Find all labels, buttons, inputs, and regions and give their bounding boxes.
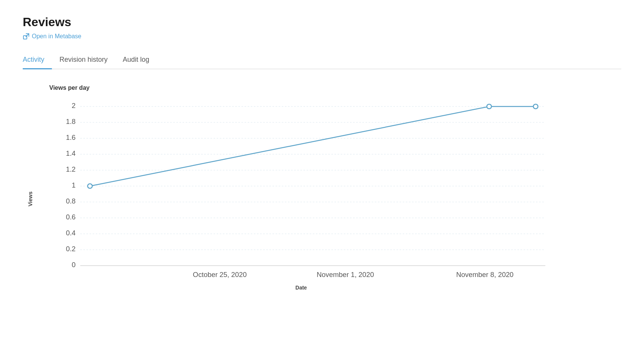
- external-link-icon: [23, 33, 30, 40]
- svg-text:November 1, 2020: November 1, 2020: [317, 271, 374, 279]
- svg-text:October 25, 2020: October 25, 2020: [193, 271, 247, 279]
- chart-area: 2 1.8 1.6 1.4 1.2 1 0.8 0.6 0.4 0.2 0 Oc…: [49, 99, 553, 281]
- svg-text:1.2: 1.2: [66, 166, 76, 173]
- svg-text:0.8: 0.8: [66, 197, 76, 205]
- svg-text:November 8, 2020: November 8, 2020: [456, 271, 513, 279]
- tabs-nav: Activity Revision history Audit log: [23, 51, 621, 69]
- svg-text:1.4: 1.4: [66, 150, 76, 157]
- chart-container: Views Views per day 2 1.8 1.6 1.4 1.2: [23, 85, 553, 313]
- svg-point-27: [487, 104, 491, 109]
- page-title: Reviews: [23, 15, 621, 29]
- tab-audit-log[interactable]: Audit log: [115, 51, 157, 69]
- svg-text:0.2: 0.2: [66, 245, 76, 253]
- tab-activity[interactable]: Activity: [23, 51, 52, 69]
- svg-point-26: [88, 184, 92, 188]
- svg-text:0.6: 0.6: [66, 213, 76, 221]
- chart-svg: 2 1.8 1.6 1.4 1.2 1 0.8 0.6 0.4 0.2 0 Oc…: [49, 99, 553, 281]
- chart-title: Views per day: [49, 85, 553, 91]
- svg-text:0: 0: [72, 261, 75, 269]
- svg-text:1.6: 1.6: [66, 134, 76, 141]
- svg-text:1.8: 1.8: [66, 118, 76, 125]
- svg-text:2: 2: [72, 102, 75, 110]
- svg-text:1: 1: [72, 182, 75, 189]
- open-link-label: Open in Metabase: [32, 33, 81, 40]
- y-axis-label: Views: [27, 191, 33, 206]
- svg-point-28: [533, 104, 538, 109]
- x-axis-label: Date: [49, 285, 553, 291]
- open-in-metabase-link[interactable]: Open in Metabase: [23, 33, 81, 40]
- svg-text:0.4: 0.4: [66, 229, 76, 237]
- tab-revision-history[interactable]: Revision history: [52, 51, 115, 69]
